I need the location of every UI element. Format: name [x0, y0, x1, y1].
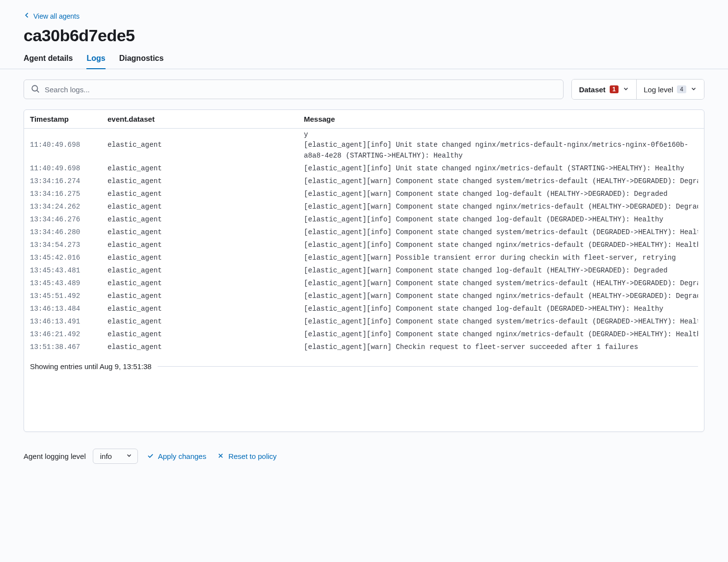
log-message: [elastic_agent][warn] Possible transient…: [304, 252, 698, 263]
tab-logs[interactable]: Logs: [86, 54, 105, 69]
log-timestamp: 13:46:21.492: [30, 329, 108, 340]
log-timestamp: 13:46:13.484: [30, 303, 108, 314]
page-title: ca30b6d7ede5: [24, 26, 704, 45]
filter-group: Dataset 1 Log level 4: [571, 79, 704, 100]
log-message: [elastic_agent][info] Component state ch…: [304, 316, 698, 327]
search-input[interactable]: [45, 85, 556, 94]
footer-row: Agent logging level info Apply changes R…: [24, 449, 704, 464]
log-dataset: elastic_agent: [108, 265, 304, 276]
chevron-down-icon: [690, 85, 697, 94]
log-timestamp: 13:46:13.491: [30, 316, 108, 327]
log-row[interactable]: 13:45:43.489elastic_agent[elastic_agent]…: [24, 277, 704, 290]
log-dataset: elastic_agent: [108, 227, 304, 238]
log-row[interactable]: 13:46:13.484elastic_agent[elastic_agent]…: [24, 302, 704, 315]
reset-to-policy-button[interactable]: Reset to policy: [215, 449, 278, 464]
col-timestamp: Timestamp: [30, 115, 108, 123]
logging-level-select[interactable]: info: [93, 449, 138, 464]
loglevel-filter-label: Log level: [644, 85, 673, 94]
log-message: [elastic_agent][warn] Component state ch…: [304, 265, 698, 276]
log-row[interactable]: 13:46:13.491elastic_agent[elastic_agent]…: [24, 315, 704, 328]
col-dataset: event.dataset: [108, 115, 304, 123]
log-dataset: elastic_agent: [108, 252, 304, 263]
log-dataset: elastic_agent: [108, 176, 304, 187]
log-table-header: Timestamp event.dataset Message: [24, 110, 704, 129]
log-dataset: elastic_agent: [108, 163, 304, 174]
log-timestamp: 11:40:49.698: [30, 139, 108, 161]
log-message: [elastic_agent][warn] Component state ch…: [304, 278, 698, 289]
log-dataset: elastic_agent: [108, 139, 304, 161]
col-message: Message: [304, 115, 698, 123]
log-dataset: elastic_agent: [108, 316, 304, 327]
log-stream-divider: Showing entries until Aug 9, 13:51:38: [24, 353, 704, 374]
tab-diagnostics[interactable]: Diagnostics: [119, 54, 164, 69]
log-dataset: elastic_agent: [108, 329, 304, 340]
log-dataset: elastic_agent: [108, 201, 304, 212]
dataset-filter[interactable]: Dataset 1: [572, 80, 636, 99]
log-row[interactable]: 13:34:16.274elastic_agent[elastic_agent]…: [24, 175, 704, 187]
search-logs-field[interactable]: [24, 80, 564, 99]
log-row[interactable]: 13:45:42.016elastic_agent[elastic_agent]…: [24, 251, 704, 264]
log-dataset: elastic_agent: [108, 278, 304, 289]
search-icon: [31, 84, 40, 95]
log-timestamp: 11:40:49.698: [30, 163, 108, 174]
log-dataset: elastic_agent: [108, 303, 304, 314]
log-row[interactable]: 13:34:24.262elastic_agent[elastic_agent]…: [24, 200, 704, 213]
log-timestamp: 13:45:43.481: [30, 265, 108, 276]
log-row[interactable]: 13:34:46.276elastic_agent[elastic_agent]…: [24, 213, 704, 226]
log-row[interactable]: 13:34:46.280elastic_agent[elastic_agent]…: [24, 226, 704, 239]
log-message: [elastic_agent][info] Component state ch…: [304, 303, 698, 314]
loglevel-filter[interactable]: Log level 4: [636, 80, 704, 99]
log-dataset: elastic_agent: [108, 188, 304, 199]
log-message: [elastic_agent][warn] Component state ch…: [304, 188, 698, 199]
logging-level-label: Agent logging level: [24, 452, 86, 460]
divider-line: [158, 366, 698, 367]
log-message: [elastic_agent][info] Unit state changed…: [304, 163, 698, 174]
log-message: [elastic_agent][info] Component state ch…: [304, 329, 698, 340]
log-timestamp: 13:34:46.276: [30, 214, 108, 225]
log-body[interactable]: y 11:40:49.698elastic_agent[elastic_agen…: [24, 129, 704, 431]
log-message: [elastic_agent][warn] Component state ch…: [304, 201, 698, 212]
log-orphan-text: y: [304, 131, 698, 138]
log-row[interactable]: 11:40:49.698elastic_agent[elastic_agent]…: [24, 138, 704, 162]
tabs: Agent details Logs Diagnostics: [0, 54, 728, 69]
apply-changes-button[interactable]: Apply changes: [145, 449, 208, 464]
tab-agent-details[interactable]: Agent details: [24, 54, 73, 69]
log-timestamp: 13:34:54.273: [30, 240, 108, 250]
log-timestamp: 13:34:46.280: [30, 227, 108, 238]
back-to-agents-link[interactable]: View all agents: [24, 12, 80, 20]
log-row[interactable]: 13:51:38.467elastic_agent[elastic_agent]…: [24, 341, 704, 353]
chevron-down-icon: [622, 85, 629, 94]
reset-to-policy-label: Reset to policy: [228, 452, 276, 460]
check-icon: [147, 452, 154, 461]
log-row[interactable]: 13:46:21.492elastic_agent[elastic_agent]…: [24, 328, 704, 341]
log-timestamp: 13:45:51.492: [30, 291, 108, 301]
dataset-filter-label: Dataset: [579, 85, 605, 94]
log-timestamp: 13:45:43.489: [30, 278, 108, 289]
log-panel: Timestamp event.dataset Message y 11:40:…: [24, 109, 704, 432]
log-timestamp: 13:34:16.274: [30, 176, 108, 187]
dataset-filter-count: 1: [610, 85, 619, 93]
divider-text: Showing entries until Aug 9, 13:51:38: [30, 362, 152, 371]
log-row[interactable]: 13:34:54.273elastic_agent[elastic_agent]…: [24, 239, 704, 251]
back-link-label: View all agents: [33, 12, 80, 20]
log-row[interactable]: 13:45:43.481elastic_agent[elastic_agent]…: [24, 264, 704, 277]
log-message: [elastic_agent][info] Component state ch…: [304, 240, 698, 250]
log-timestamp: 13:34:16.275: [30, 188, 108, 199]
log-row[interactable]: 13:34:16.275elastic_agent[elastic_agent]…: [24, 187, 704, 200]
log-timestamp: 13:51:38.467: [30, 342, 108, 352]
log-dataset: elastic_agent: [108, 240, 304, 250]
logging-level-value: info: [100, 452, 112, 460]
loglevel-filter-count: 4: [677, 85, 686, 93]
log-dataset: elastic_agent: [108, 214, 304, 225]
log-orphan-row: y: [24, 131, 704, 138]
log-dataset: elastic_agent: [108, 342, 304, 352]
log-message: [elastic_agent][warn] Checkin request to…: [304, 342, 698, 352]
chevron-down-icon: [126, 452, 133, 460]
log-message: [elastic_agent][warn] Component state ch…: [304, 291, 698, 301]
log-row[interactable]: 11:40:49.698elastic_agent[elastic_agent]…: [24, 162, 704, 175]
chevron-left-icon: [24, 12, 30, 20]
close-icon: [217, 452, 224, 461]
log-row[interactable]: 13:45:51.492elastic_agent[elastic_agent]…: [24, 290, 704, 302]
log-timestamp: 13:45:42.016: [30, 252, 108, 263]
log-message: [elastic_agent][info] Unit state changed…: [304, 139, 698, 161]
